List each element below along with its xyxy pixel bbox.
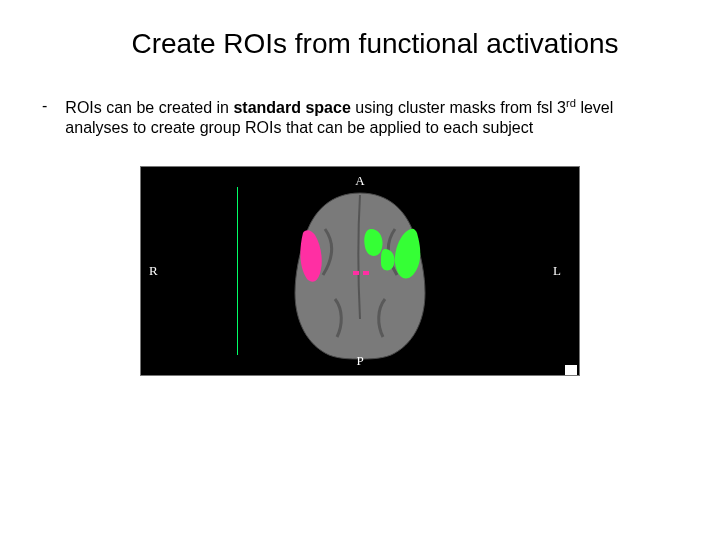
bullet-marker: - <box>42 96 47 117</box>
slide-title: Create ROIs from functional activations <box>40 28 680 60</box>
bullet-item: - ROIs can be created in standard space … <box>40 96 680 138</box>
crosshair-vertical <box>237 187 238 355</box>
svg-rect-1 <box>363 271 369 275</box>
bullet-text: ROIs can be created in standard space us… <box>65 96 680 138</box>
orientation-label-anterior: A <box>355 173 364 189</box>
orientation-label-left: L <box>553 263 561 279</box>
orientation-label-right: R <box>149 263 158 279</box>
brain-axial-slice <box>285 189 435 361</box>
svg-rect-0 <box>353 271 359 275</box>
corner-marker <box>565 365 577 375</box>
brain-figure: A P R L <box>140 166 580 376</box>
orientation-label-posterior: P <box>356 353 363 369</box>
